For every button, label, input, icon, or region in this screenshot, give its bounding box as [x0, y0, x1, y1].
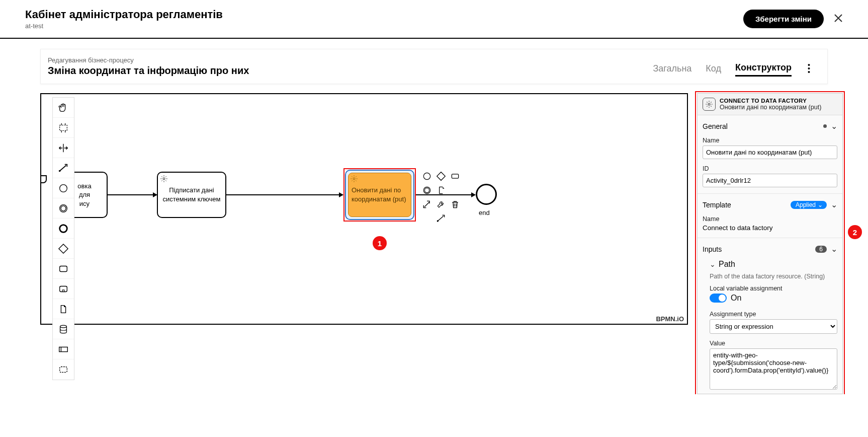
process-title: Зміна координат та інформацію про них	[48, 65, 249, 77]
tool-task-icon[interactable]	[53, 259, 74, 279]
bpmn-canvas[interactable]: овка для ису Підписати дані системним кл…	[40, 93, 688, 325]
tool-palette	[52, 97, 74, 380]
tool-lasso-icon[interactable]	[53, 118, 74, 138]
field-label: Local variable assignment	[710, 285, 837, 292]
group-template-header[interactable]: Template Applied⌄ ⌄	[698, 196, 842, 213]
app-subtitle: at-test	[25, 22, 223, 30]
pad-gateway-icon[interactable]	[435, 170, 448, 183]
pad-annotation-icon[interactable]	[435, 184, 448, 197]
chevron-down-icon: ⌄	[831, 121, 837, 131]
canvas-wrap: овка для ису Підписати дані системним кл…	[40, 93, 688, 394]
tool-data-store-icon[interactable]	[53, 319, 74, 339]
tool-connect-icon[interactable]	[53, 158, 74, 178]
changed-indicator-icon	[823, 124, 827, 128]
svg-rect-22	[452, 174, 458, 178]
group-title: Template	[703, 201, 731, 209]
template-applied-badge[interactable]: Applied⌄	[791, 201, 827, 209]
process-header: Редагування бізнес-процесу Зміна координ…	[40, 49, 828, 84]
svg-rect-12	[62, 289, 64, 292]
toggle-on-label: On	[731, 294, 741, 303]
svg-point-2	[808, 71, 810, 73]
annotation-selection-1	[343, 168, 416, 222]
tab-general[interactable]: Загальна	[653, 63, 691, 76]
app-title: Кабінет адміністратора регламентів	[25, 8, 223, 21]
field-label: ID	[703, 165, 837, 172]
field-assignment-type: Assignment type String or expression	[698, 309, 842, 338]
tool-group-icon[interactable]	[53, 359, 74, 380]
input-item-path[interactable]: ⌄ Path	[698, 258, 842, 273]
pad-connect-icon[interactable]	[435, 212, 448, 225]
callout-marker-2: 2	[848, 225, 862, 239]
value-textarea[interactable]	[710, 348, 837, 390]
tool-subprocess-icon[interactable]	[53, 279, 74, 299]
tool-hand-icon[interactable]	[53, 98, 74, 118]
tool-pool-icon[interactable]	[53, 339, 74, 359]
pad-change-type-icon[interactable]	[420, 198, 433, 211]
template-name-value: Connect to data factory	[703, 224, 837, 232]
pad-delete-icon[interactable]	[449, 198, 462, 211]
chevron-down-icon: ⌄	[831, 200, 837, 209]
tool-space-icon[interactable]	[53, 138, 74, 158]
save-button[interactable]: Зберегти зміни	[743, 10, 824, 28]
svg-point-7	[61, 205, 66, 210]
panel-body[interactable]: General ⌄ Name ID Template Applied⌄	[698, 115, 842, 394]
svg-rect-11	[60, 286, 67, 292]
chevron-down-icon: ⌄	[818, 201, 823, 208]
gear-icon	[160, 175, 168, 185]
tool-intermediate-event-icon[interactable]	[53, 198, 74, 218]
svg-rect-3	[60, 125, 67, 130]
svg-point-5	[60, 184, 67, 192]
tabs: Загальна Код Конструктор	[653, 62, 812, 77]
svg-point-13	[60, 325, 67, 328]
close-icon[interactable]	[834, 13, 843, 26]
tool-data-object-icon[interactable]	[53, 299, 74, 319]
tool-end-event-icon[interactable]	[53, 218, 74, 239]
svg-rect-16	[60, 367, 67, 373]
tab-designer[interactable]: Конструктор	[735, 62, 792, 77]
main-area: овка для ису Підписати дані системним кл…	[0, 84, 868, 394]
end-event[interactable]	[476, 184, 497, 205]
group-inputs-header[interactable]: Inputs 6 ⌄	[698, 240, 842, 258]
id-input[interactable]	[703, 174, 837, 187]
panel-header: CONNECT TO DATA FACTORY Оновити дані по …	[698, 94, 842, 115]
sequence-flow[interactable]	[226, 194, 343, 195]
properties-panel: CONNECT TO DATA FACTORY Оновити дані по …	[697, 93, 843, 394]
input-item-description: Path of the data factory resource. (Stri…	[698, 273, 842, 283]
task-label: овка для ису	[77, 182, 91, 208]
svg-rect-10	[60, 266, 67, 271]
svg-point-4	[59, 170, 61, 172]
tab-code[interactable]: Код	[706, 63, 721, 76]
field-label: Assignment type	[710, 311, 837, 318]
svg-rect-14	[59, 347, 68, 351]
gear-icon	[703, 98, 716, 111]
field-label: Value	[710, 340, 837, 347]
tool-gateway-icon[interactable]	[53, 239, 74, 259]
tool-start-event-icon[interactable]	[53, 178, 74, 198]
assignment-type-select[interactable]: String or expression	[710, 319, 837, 334]
pad-task-icon[interactable]	[449, 170, 462, 183]
properties-panel-wrap: 2 CONNECT TO DATA FACTORY Оновити дані п…	[697, 93, 843, 394]
pad-start-event-icon[interactable]	[420, 170, 433, 183]
kebab-menu-icon[interactable]	[806, 63, 812, 76]
local-var-toggle[interactable]	[710, 294, 727, 303]
pad-wrench-icon[interactable]	[435, 198, 448, 211]
name-input[interactable]	[703, 145, 837, 159]
field-label: Name	[703, 215, 837, 223]
panel-header-title: CONNECT TO DATA FACTORY	[720, 98, 821, 104]
field-template-name: Name Connect to data factory	[698, 213, 842, 236]
field-label: Name	[703, 137, 837, 144]
value-hint: Start typing "${}" to create an expressi…	[710, 393, 837, 394]
pad-intermediate-event-icon[interactable]	[420, 184, 433, 197]
svg-point-18	[163, 178, 165, 180]
svg-point-8	[60, 225, 67, 232]
group-general-header[interactable]: General ⌄	[698, 117, 842, 135]
field-id: ID	[698, 163, 842, 191]
task-sign[interactable]: Підписати дані системним ключем	[157, 172, 226, 218]
field-value: Value Start typing "${}" to create an ex…	[698, 338, 842, 394]
field-name: Name	[698, 135, 842, 163]
svg-point-26	[708, 103, 710, 105]
sequence-flow[interactable]	[108, 194, 157, 195]
chevron-down-icon: ⌄	[831, 244, 837, 254]
breadcrumb: Редагування бізнес-процесу	[48, 56, 249, 64]
panel-header-subtitle: Оновити дані по координатам (put)	[720, 104, 821, 111]
